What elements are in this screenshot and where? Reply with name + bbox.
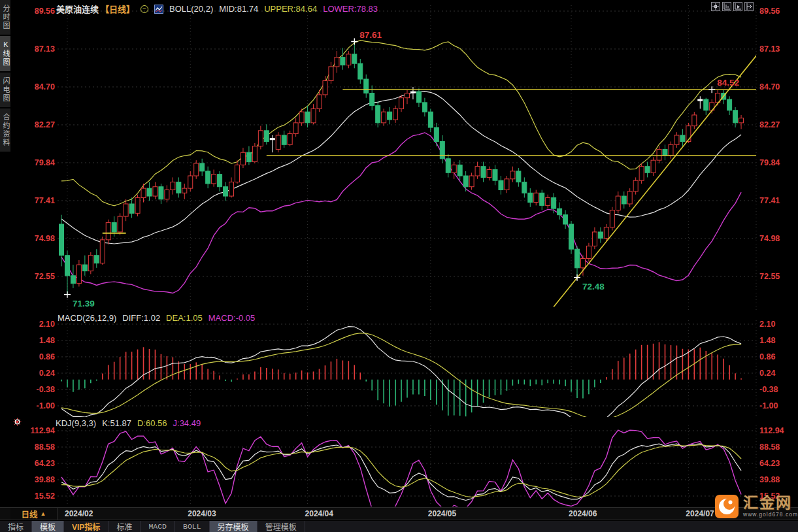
- y-axis-label: 1.48: [759, 336, 775, 345]
- boll-mid-value: MID:81.74: [219, 4, 258, 14]
- y-axis-label: 0.86: [759, 352, 775, 361]
- x-axis-month-label: 2024/04: [305, 509, 333, 518]
- macd-indicator-name[interactable]: MACD(26,12,9): [58, 313, 116, 323]
- y-axis-label: 74.98: [35, 234, 55, 243]
- y-axis-label: 87.13: [35, 44, 55, 54]
- macd-macd-value: MACD:-0.05: [208, 313, 256, 323]
- y-axis-label: 88.58: [35, 442, 55, 452]
- y-axis-label: 77.41: [759, 196, 780, 205]
- toolbar-item-5[interactable]: BOLL: [175, 521, 210, 532]
- grid-layer: 89.5689.5687.1387.1384.7084.7082.2782.27…: [30, 5, 784, 507]
- x-axis-month-label: 2024/06: [569, 509, 597, 518]
- period-label: 日线: [22, 508, 38, 520]
- toolbar-item-2[interactable]: VIP指标: [64, 521, 108, 532]
- y-axis-label: 39.88: [35, 475, 55, 484]
- price-annotation: 71.39: [73, 299, 95, 308]
- collapse-icon[interactable]: −: [141, 5, 148, 13]
- y-axis-label: 77.41: [35, 196, 55, 205]
- kdj-d-value: D:60.56: [137, 418, 167, 428]
- chart-toolbar-icons: [711, 2, 754, 11]
- macd-diff-line: [61, 327, 741, 426]
- chart-type-sidebar: 分时图K线图闪电图合约资料: [0, 0, 10, 152]
- logo-title: 汇金网: [743, 495, 798, 510]
- y-axis-label: -0.38: [759, 385, 778, 394]
- x-axis-month-label: 2024/05: [428, 509, 456, 518]
- x-axis-month-label: 2024/02: [65, 509, 93, 518]
- axis-shift-tool-icon[interactable]: [744, 2, 754, 11]
- price-annotation: 72.48: [582, 282, 605, 291]
- kdj-indicator-name[interactable]: KDJ(9,3,3): [56, 418, 96, 428]
- chart-workspace: 89.5689.5687.1387.1384.7084.7082.2782.27…: [0, 0, 798, 532]
- y-axis-label: 112.94: [30, 426, 55, 435]
- y-axis-label: 39.88: [759, 475, 780, 484]
- indicator-marker-icon[interactable]: [13, 418, 22, 426]
- boll-lower-value: LOWER:78.83: [323, 4, 378, 14]
- boll-upper-line: [61, 41, 741, 206]
- indicator-toolbar: 指标模板VIP指标标准MACDBOLL另存模板管理模板: [0, 521, 798, 532]
- y-axis-label: 64.23: [759, 459, 780, 468]
- toolbar-item-7[interactable]: 管理模板: [258, 521, 305, 532]
- macd-panel-header: MACD(26,12,9) DIFF:1.02 DEA:1.05 MACD:-0…: [58, 313, 255, 323]
- logo-url: www.gold678.com: [743, 512, 798, 518]
- symbol-name: 美原油连续: [56, 3, 99, 15]
- x-axis-month-label: 2024/07: [686, 509, 714, 518]
- y-axis-label: 1.48: [39, 336, 55, 345]
- y-axis-label: 84.70: [759, 82, 780, 91]
- chart-canvas[interactable]: 89.5689.5687.1387.1384.7084.7082.2782.27…: [0, 0, 798, 532]
- kdj-j-value: J:34.49: [173, 418, 201, 428]
- axis-play-tool-icon[interactable]: [733, 2, 742, 11]
- macd-dea-line: [61, 333, 741, 420]
- macd-dea-value: DEA:1.05: [166, 313, 203, 323]
- boll-upper-value: UPPER:84.64: [264, 4, 317, 14]
- y-axis-label: 84.70: [35, 82, 55, 91]
- y-axis-label: -0.38: [37, 385, 56, 394]
- indicator-name[interactable]: BOLL(20,2): [169, 4, 213, 14]
- y-axis-label: 15.52: [35, 491, 55, 501]
- sidebar-tab-0[interactable]: 分时图: [0, 0, 10, 35]
- time-axis-band: 日线 ▲ 2024/022024/032024/042024/052024/06…: [0, 507, 798, 520]
- y-axis-label: 0.24: [39, 369, 55, 378]
- sidebar-tab-3[interactable]: 合约资料: [0, 108, 10, 152]
- trend-drawn-line: [554, 52, 759, 307]
- y-axis-label: 0.86: [39, 352, 55, 361]
- y-axis-label: 87.13: [759, 44, 780, 54]
- toolbar-item-1[interactable]: 模板: [32, 521, 64, 532]
- y-axis-label: -1.00: [37, 401, 56, 410]
- y-axis-label: 72.55: [35, 272, 55, 281]
- kdj-j-line: [61, 430, 741, 518]
- crosshair-tool-icon[interactable]: [711, 2, 720, 11]
- y-axis-label: 112.94: [759, 426, 784, 435]
- site-logo[interactable]: 汇金网 www.gold678.com: [714, 494, 798, 519]
- y-axis-label: 79.84: [759, 158, 780, 167]
- macd-layer: [61, 327, 741, 426]
- logo-swirl-icon: [714, 494, 739, 519]
- indicator-chart-icon[interactable]: [154, 5, 163, 14]
- sidebar-tab-1[interactable]: K线图: [0, 36, 10, 71]
- y-axis-label: 82.27: [759, 120, 780, 129]
- macd-diff-value: DIFF:1.02: [122, 313, 160, 323]
- price-annotation: 84.52: [717, 78, 739, 88]
- y-axis-label: 79.84: [35, 158, 55, 167]
- kdj-layer: [61, 430, 741, 518]
- toolbar-item-6[interactable]: 另存模板: [210, 521, 258, 532]
- toolbar-item-4[interactable]: MACD: [141, 521, 175, 532]
- main-chart-header: 美原油连续 【日线】 − BOLL(20,2) MID:81.74 UPPER:…: [56, 3, 378, 15]
- sidebar-tab-2[interactable]: 闪电图: [0, 73, 10, 107]
- y-axis-label: 82.27: [35, 120, 55, 129]
- y-axis-label: 64.23: [35, 459, 55, 468]
- x-axis-month-label: 2024/03: [188, 509, 216, 518]
- y-axis-label: 2.10: [39, 320, 55, 329]
- y-axis-label: 72.55: [759, 272, 780, 281]
- boll-lower-line: [61, 133, 741, 293]
- toolbar-item-0[interactable]: 指标: [0, 521, 32, 532]
- toolbar-item-3[interactable]: 标准: [108, 521, 141, 532]
- axis-zoom-tool-icon[interactable]: [722, 2, 731, 11]
- y-axis-label: 74.98: [759, 234, 780, 243]
- candles-layer: [59, 42, 744, 295]
- y-axis-label: 89.56: [759, 7, 780, 16]
- kdj-panel-header: KDJ(9,3,3) K:51.87 D:60.56 J:34.49: [56, 418, 201, 428]
- price-annotation: 87.61: [359, 30, 382, 40]
- period-selector[interactable]: 日线 ▲: [10, 508, 58, 520]
- kdj-k-value: K:51.87: [102, 418, 131, 428]
- y-axis-label: 0.24: [759, 369, 775, 378]
